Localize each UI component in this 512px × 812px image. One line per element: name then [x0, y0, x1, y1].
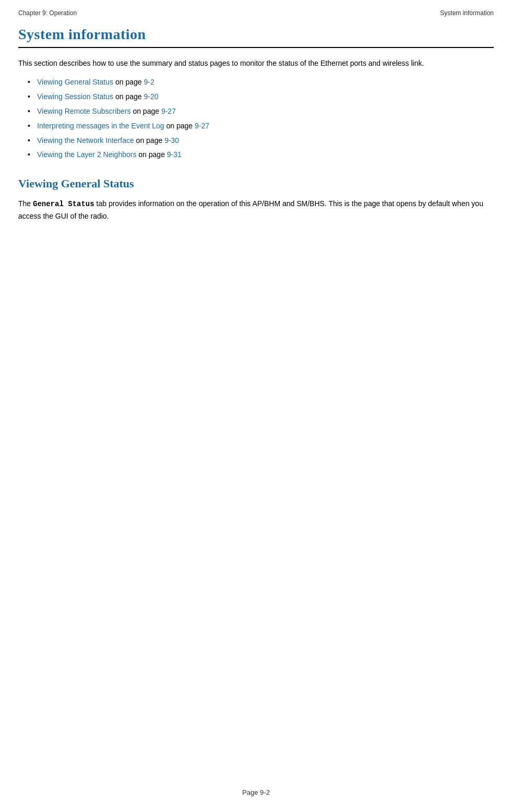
page-container: Chapter 9: Operation System information …: [0, 0, 512, 812]
bullet-plain-0: on page: [113, 78, 144, 86]
link-interpreting-messages[interactable]: Interpreting messages in the Event Log: [37, 122, 164, 130]
bullet-plain-3: on page: [164, 122, 195, 130]
header-section: System information: [440, 9, 494, 17]
page-footer: Page 9-2: [0, 789, 512, 796]
bullet-plain-5: on page: [136, 150, 166, 159]
list-item: Viewing Remote Subscribers on page 9-27: [28, 105, 494, 118]
intro-paragraph: This section describes how to use the su…: [18, 57, 494, 69]
bullet-plain-1: on page: [113, 92, 144, 101]
bullet-ref-5: 9-31: [167, 150, 182, 159]
bullet-ref-2: 9-27: [161, 107, 176, 115]
link-viewing-layer2-neighbors[interactable]: Viewing the Layer 2 Neighbors: [37, 150, 136, 159]
list-item: Interpreting messages in the Event Log o…: [28, 120, 494, 133]
section-title-viewing-general-status: Viewing General Status: [18, 177, 494, 190]
page-header: Chapter 9: Operation System information: [18, 9, 494, 17]
bullet-ref-3: 9-27: [195, 122, 209, 130]
list-item: Viewing General Status on page 9-2: [28, 76, 494, 89]
link-viewing-session-status[interactable]: Viewing Session Status: [37, 92, 113, 101]
page-number: Page 9-2: [242, 789, 270, 796]
list-item: Viewing Session Status on page 9-20: [28, 91, 494, 103]
section-text-before: The: [18, 199, 33, 208]
bullet-ref-1: 9-20: [144, 92, 158, 101]
title-divider: [18, 47, 494, 48]
link-viewing-network-interface[interactable]: Viewing the Network Interface: [37, 136, 134, 145]
link-viewing-remote-subscribers[interactable]: Viewing Remote Subscribers: [37, 107, 131, 115]
bullet-plain-2: on page: [131, 107, 161, 115]
bullet-ref-0: 9-2: [144, 78, 154, 86]
section-paragraph: The General Status tab provides informat…: [18, 198, 494, 222]
list-item: Viewing the Layer 2 Neighbors on page 9-…: [28, 149, 494, 161]
bullet-ref-4: 9-30: [164, 136, 179, 145]
list-item: Viewing the Network Interface on page 9-…: [28, 135, 494, 147]
bullet-plain-4: on page: [134, 136, 164, 145]
toc-list: Viewing General Status on page 9-2 Viewi…: [28, 76, 494, 161]
header-chapter: Chapter 9: Operation: [18, 9, 77, 17]
section-bold-term: General Status: [33, 200, 94, 208]
link-viewing-general-status[interactable]: Viewing General Status: [37, 78, 113, 86]
page-title: System information: [18, 26, 494, 43]
